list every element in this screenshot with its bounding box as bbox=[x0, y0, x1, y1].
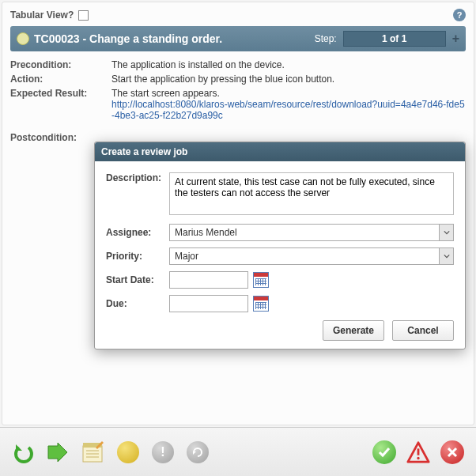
precondition-row: Precondition: The application is install… bbox=[10, 59, 466, 70]
due-date-input[interactable] bbox=[169, 295, 248, 312]
forward-icon[interactable] bbox=[46, 440, 71, 465]
dialog-title: Create a review job bbox=[95, 142, 465, 161]
tabular-view-checkbox[interactable] bbox=[78, 10, 89, 21]
action-value: Start the application by pressing the bl… bbox=[111, 74, 466, 85]
priority-label: Priority: bbox=[106, 251, 169, 262]
dialog-button-row: Generate Cancel bbox=[106, 320, 454, 341]
info-status-icon[interactable]: ! bbox=[150, 440, 176, 465]
top-row: Tabular View? ? bbox=[10, 9, 466, 21]
gold-status-icon[interactable] bbox=[115, 440, 141, 465]
assignee-label: Assignee: bbox=[106, 227, 169, 238]
description-row: Description: bbox=[106, 172, 454, 217]
expected-result-text: The start screen appears. bbox=[111, 88, 220, 99]
due-date-row: Due: bbox=[106, 295, 454, 312]
expected-result-value: The start screen appears. http://localho… bbox=[111, 88, 466, 121]
priority-value: Major bbox=[170, 248, 439, 264]
svg-point-6 bbox=[417, 456, 419, 459]
create-review-job-dialog: Create a review job Description: Assigne… bbox=[94, 142, 466, 349]
help-icon[interactable]: ? bbox=[453, 9, 466, 21]
assignee-value: Marius Mendel bbox=[170, 225, 439, 240]
chevron-down-icon bbox=[439, 225, 453, 240]
notes-icon[interactable] bbox=[81, 440, 106, 465]
tabular-view-label: Tabular View? bbox=[10, 9, 74, 21]
expected-result-row: Expected Result: The start screen appear… bbox=[10, 88, 466, 121]
tabular-toggle: Tabular View? bbox=[10, 9, 89, 21]
due-date-label: Due: bbox=[106, 298, 169, 309]
start-date-input[interactable] bbox=[169, 271, 248, 289]
precondition-label: Precondition: bbox=[10, 59, 111, 70]
calendar-icon[interactable] bbox=[253, 272, 269, 288]
main-panel: Tabular View? ? TC00023 - Change a stand… bbox=[2, 2, 474, 425]
chevron-down-icon bbox=[439, 248, 453, 264]
action-row: Action: Start the application by pressin… bbox=[10, 74, 466, 85]
assignee-select[interactable]: Marius Mendel bbox=[169, 224, 454, 241]
description-label: Description: bbox=[106, 172, 169, 183]
pass-icon[interactable] bbox=[372, 440, 397, 465]
description-input[interactable] bbox=[169, 172, 454, 215]
test-case-title: TC00023 - Change a standing order. bbox=[34, 32, 222, 45]
assignee-row: Assignee: Marius Mendel bbox=[106, 224, 454, 241]
precondition-value: The application is installed on the devi… bbox=[111, 59, 466, 70]
add-step-button[interactable]: + bbox=[452, 32, 459, 46]
warning-icon[interactable] bbox=[406, 440, 430, 464]
cancel-button[interactable]: Cancel bbox=[392, 320, 454, 341]
footer-toolbar: ! bbox=[0, 427, 476, 476]
step-label: Step: bbox=[315, 33, 337, 44]
start-date-label: Start Date: bbox=[106, 274, 169, 285]
priority-select[interactable]: Major bbox=[169, 247, 454, 265]
generate-button[interactable]: Generate bbox=[323, 320, 384, 341]
title-bar: TC00023 - Change a standing order. Step:… bbox=[10, 26, 466, 51]
refresh-status-icon[interactable] bbox=[185, 440, 210, 465]
action-label: Action: bbox=[10, 74, 111, 85]
expected-result-label: Expected Result: bbox=[10, 88, 111, 121]
undo-icon[interactable] bbox=[11, 440, 36, 465]
step-indicator: 1 of 1 bbox=[343, 31, 446, 47]
start-date-row: Start Date: bbox=[106, 271, 454, 289]
lightbulb-icon bbox=[17, 32, 29, 45]
priority-row: Priority: Major bbox=[106, 247, 454, 265]
expected-result-link[interactable]: http://localhost:8080/klaros-web/seam/re… bbox=[111, 99, 465, 121]
calendar-icon[interactable] bbox=[253, 296, 269, 312]
fail-icon[interactable] bbox=[440, 440, 465, 465]
